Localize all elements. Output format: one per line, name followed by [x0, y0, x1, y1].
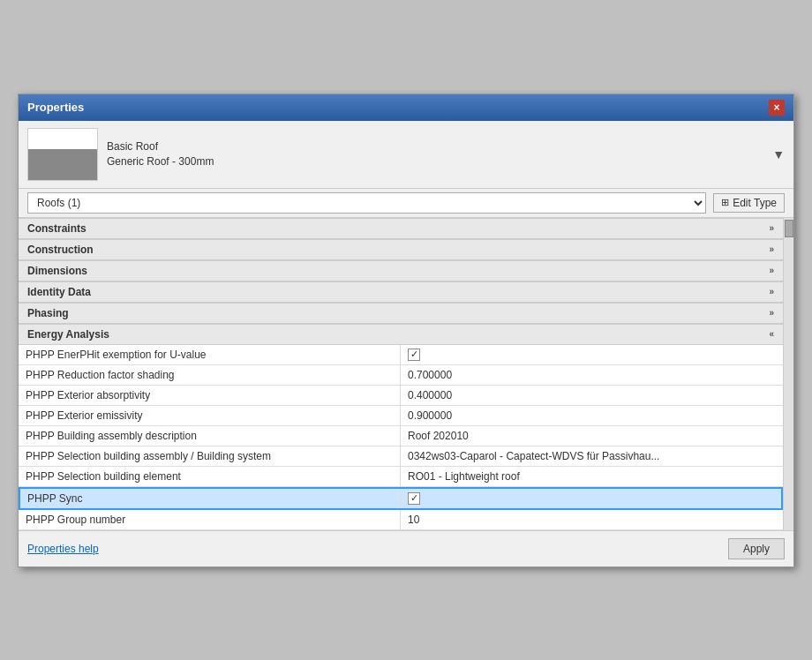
- prop-row-phpp-enerphit: PHPP EnerPHit exemption for U-value ✓: [19, 345, 783, 365]
- footer: Properties help Apply: [19, 530, 793, 566]
- section-constraints-collapse[interactable]: »: [769, 223, 774, 233]
- section-construction-collapse[interactable]: »: [769, 244, 774, 254]
- section-construction-label: Construction: [27, 244, 94, 256]
- section-dimensions-label: Dimensions: [27, 265, 87, 277]
- filter-row: Roofs (1) ⊞ Edit Type: [19, 189, 793, 218]
- section-identity-data-label: Identity Data: [27, 286, 91, 298]
- table-container: Constraints » Construction » Dimensions …: [19, 218, 783, 530]
- section-phasing-collapse[interactable]: »: [769, 308, 774, 318]
- header-dropdown-arrow[interactable]: ▼: [772, 147, 785, 161]
- section-dimensions[interactable]: Dimensions »: [19, 260, 783, 281]
- edit-type-icon: ⊞: [721, 197, 729, 208]
- section-dimensions-collapse[interactable]: »: [769, 266, 774, 275]
- scrollbar-thumb[interactable]: [785, 220, 793, 237]
- edit-type-label: Edit Type: [733, 197, 777, 209]
- prop-label-phpp-exterior-abs: PHPP Exterior absorptivity: [19, 386, 401, 405]
- prop-row-phpp-reduction: PHPP Reduction factor shading 0.700000: [19, 365, 783, 386]
- prop-value-phpp-building-assembly[interactable]: Roof 202010: [401, 426, 783, 446]
- prop-value-phpp-sync: ✓: [401, 489, 781, 508]
- scrollbar[interactable]: [783, 218, 793, 530]
- element-type: Generic Roof - 300mm: [107, 155, 763, 168]
- content-area: Constraints » Construction » Dimensions …: [19, 218, 793, 530]
- prop-value-phpp-exterior-abs[interactable]: 0.400000: [401, 386, 783, 405]
- prop-row-phpp-exterior-em: PHPP Exterior emissivity 0.900000: [19, 406, 783, 426]
- properties-help-link[interactable]: Properties help: [27, 543, 99, 555]
- edit-type-button[interactable]: ⊞ Edit Type: [713, 193, 785, 213]
- prop-row-phpp-selection-element: PHPP Selection building element RO01 - L…: [19, 467, 783, 487]
- section-phasing-label: Phasing: [27, 307, 69, 319]
- section-energy-analysis-label: Energy Analysis: [27, 328, 109, 341]
- prop-row-phpp-selection-system: PHPP Selection building assembly / Build…: [19, 446, 783, 467]
- section-energy-analysis[interactable]: Energy Analysis «: [19, 324, 783, 345]
- prop-value-phpp-group[interactable]: 10: [401, 510, 783, 529]
- section-construction[interactable]: Construction »: [19, 239, 783, 260]
- prop-value-phpp-exterior-em[interactable]: 0.900000: [401, 406, 783, 425]
- section-phasing[interactable]: Phasing »: [19, 303, 783, 324]
- section-identity-data-collapse[interactable]: »: [769, 287, 774, 296]
- section-constraints-label: Constraints: [27, 222, 86, 235]
- element-header: Basic Roof Generic Roof - 300mm ▼: [19, 121, 793, 189]
- prop-value-phpp-reduction[interactable]: 0.700000: [401, 365, 783, 385]
- section-identity-data[interactable]: Identity Data »: [19, 281, 783, 303]
- thumbnail-roof-shape: [28, 149, 97, 180]
- prop-label-phpp-reduction: PHPP Reduction factor shading: [19, 365, 401, 385]
- prop-value-phpp-selection-system[interactable]: 0342ws03-Caparol - Capatect-WDVS für Pas…: [401, 446, 783, 466]
- properties-dialog: Properties × Basic Roof Generic Roof - 3…: [18, 94, 794, 567]
- section-energy-analysis-collapse[interactable]: «: [769, 329, 774, 339]
- table-with-scrollbar: Constraints » Construction » Dimensions …: [19, 218, 793, 530]
- checkbox-phpp-sync[interactable]: ✓: [408, 492, 420, 505]
- close-button[interactable]: ×: [769, 100, 785, 116]
- prop-value-phpp-enerphit: ✓: [401, 345, 783, 364]
- element-name: Basic Roof: [107, 140, 763, 153]
- prop-label-phpp-enerphit: PHPP EnerPHit exemption for U-value: [19, 345, 401, 364]
- apply-button[interactable]: Apply: [728, 538, 785, 559]
- prop-value-phpp-selection-element[interactable]: RO01 - Lightweight roof: [401, 467, 783, 486]
- title-bar: Properties ×: [19, 94, 793, 121]
- section-constraints[interactable]: Constraints »: [19, 218, 783, 239]
- prop-row-phpp-group: PHPP Group number 10: [19, 510, 783, 530]
- prop-row-phpp-sync: PHPP Sync ✓: [19, 487, 783, 510]
- category-filter-select[interactable]: Roofs (1): [27, 192, 706, 214]
- dialog-title: Properties: [27, 101, 84, 114]
- prop-row-phpp-building-assembly: PHPP Building assembly description Roof …: [19, 426, 783, 446]
- element-info: Basic Roof Generic Roof - 300mm: [107, 140, 763, 168]
- prop-label-phpp-selection-system: PHPP Selection building assembly / Build…: [19, 446, 401, 466]
- checkbox-phpp-enerphit[interactable]: ✓: [408, 349, 420, 361]
- prop-row-phpp-exterior-abs: PHPP Exterior absorptivity 0.400000: [19, 386, 783, 406]
- element-thumbnail: [27, 128, 98, 181]
- prop-label-phpp-building-assembly: PHPP Building assembly description: [19, 426, 401, 446]
- prop-label-phpp-group: PHPP Group number: [19, 510, 401, 529]
- prop-label-phpp-exterior-em: PHPP Exterior emissivity: [19, 406, 401, 425]
- prop-label-phpp-selection-element: PHPP Selection building element: [19, 467, 401, 486]
- prop-label-phpp-sync: PHPP Sync: [20, 489, 401, 508]
